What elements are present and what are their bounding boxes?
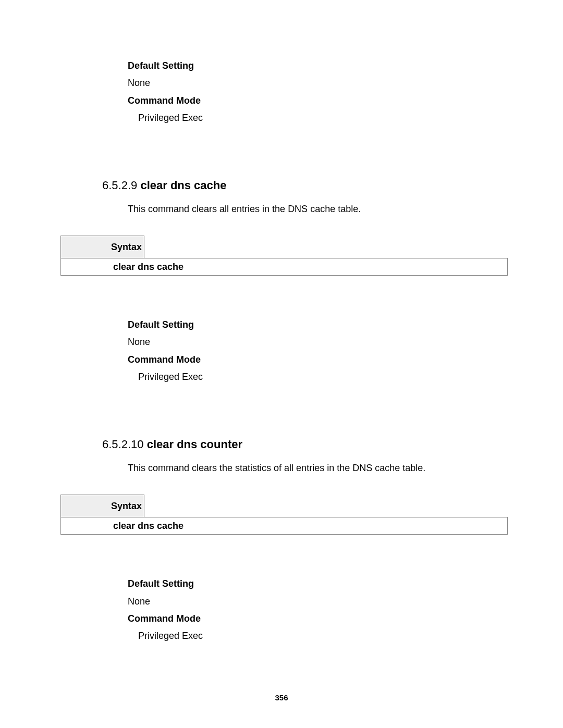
- document-page: Default Setting None Command Mode Privil…: [0, 0, 563, 728]
- command-mode-label: Command Mode: [128, 351, 563, 368]
- section-number: 6.5.2.10: [102, 438, 144, 451]
- section-title: clear dns counter: [147, 438, 242, 451]
- default-setting-value: None: [128, 75, 563, 92]
- syntax-box: Syntax clear dns cache: [60, 495, 508, 535]
- default-setting-label: Default Setting: [128, 316, 563, 334]
- default-setting-label: Default Setting: [128, 575, 563, 593]
- section2-details-block: Default Setting None Command Mode Privil…: [128, 575, 563, 645]
- command-mode-value: Privileged Exec: [128, 109, 563, 127]
- section-title: clear dns cache: [140, 179, 226, 192]
- default-setting-value: None: [128, 593, 563, 610]
- top-details-block: Default Setting None Command Mode Privil…: [128, 57, 563, 127]
- command-mode-label: Command Mode: [128, 610, 563, 627]
- syntax-label: Syntax: [60, 495, 144, 517]
- section-heading-6-5-2-10: 6.5.2.10 clear dns counter: [102, 438, 563, 451]
- section1-details-block: Default Setting None Command Mode Privil…: [128, 316, 563, 386]
- syntax-label: Syntax: [60, 236, 144, 258]
- command-mode-value: Privileged Exec: [128, 368, 563, 386]
- syntax-box: Syntax clear dns cache: [60, 236, 508, 276]
- command-mode-label: Command Mode: [128, 92, 563, 109]
- section-description: This command clears all entries in the D…: [128, 204, 563, 215]
- syntax-body: clear dns cache: [60, 258, 508, 276]
- default-setting-label: Default Setting: [128, 57, 563, 75]
- default-setting-value: None: [128, 334, 563, 351]
- section-number: 6.5.2.9: [102, 179, 137, 192]
- command-mode-value: Privileged Exec: [128, 627, 563, 645]
- section-description: This command clears the statistics of al…: [128, 463, 563, 474]
- section-heading-6-5-2-9: 6.5.2.9 clear dns cache: [102, 179, 563, 192]
- syntax-body: clear dns cache: [60, 517, 508, 535]
- page-number: 356: [0, 693, 563, 702]
